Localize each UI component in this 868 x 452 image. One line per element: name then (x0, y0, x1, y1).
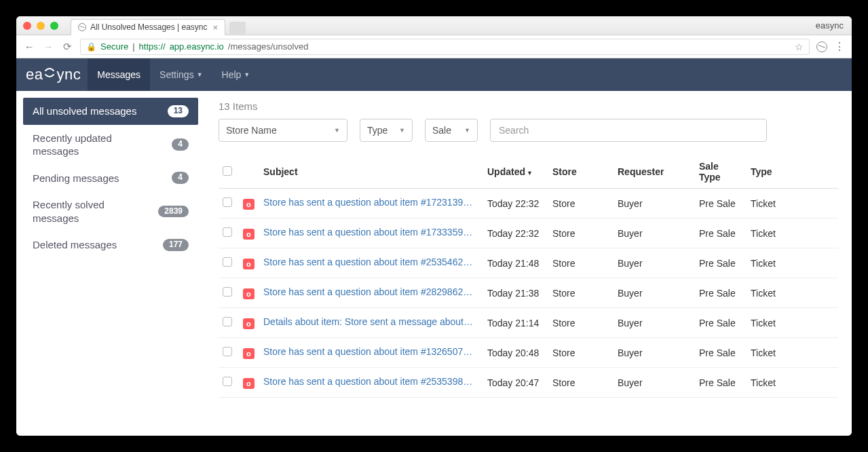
table-row[interactable]: oStore has sent a question about item #2… (219, 278, 838, 308)
filter-store-name[interactable]: Store Name▼ (219, 119, 347, 142)
subject-link[interactable]: Store has sent a question about item #17… (263, 227, 474, 238)
subject-link[interactable]: Store has sent a question about item #25… (263, 257, 474, 267)
nav-settings[interactable]: Settings▼ (150, 58, 212, 91)
lock-icon: 🔒 (86, 42, 96, 52)
row-checkbox[interactable] (223, 377, 232, 386)
row-checkbox[interactable] (223, 287, 232, 297)
minimize-window-button[interactable] (37, 22, 45, 30)
sidebar-item-all-unsolved[interactable]: All unsolved messages 13 (23, 98, 198, 125)
chevron-down-icon: ▼ (197, 71, 203, 78)
nav-help[interactable]: Help▼ (212, 58, 260, 91)
table-row[interactable]: oDetails about item: Store sent a messag… (219, 308, 838, 338)
traffic-lights (23, 22, 58, 30)
table-row[interactable]: oStore has sent a question about item #2… (219, 368, 838, 398)
sidebar-item-deleted[interactable]: Deleted messages 177 (23, 231, 198, 259)
sidebar-item-label: All unsolved messages (33, 105, 136, 118)
maximize-window-button[interactable] (50, 22, 58, 30)
url-host: app.easync.io (170, 41, 224, 52)
main-content: 13 Items Store Name▼ Type▼ Sale▼ Subject… (205, 91, 852, 436)
table-row[interactable]: oStore has sent a question about item #1… (219, 338, 838, 368)
sidebar-item-recently-solved[interactable]: Recently solved messages 2839 (23, 191, 198, 231)
filter-label: Store Name (226, 125, 277, 136)
table-row[interactable]: oStore has sent a question about item #2… (219, 248, 838, 278)
subject-link[interactable]: Store has sent a question about item #25… (263, 376, 474, 387)
cell-store: Store (548, 278, 614, 308)
row-checkbox[interactable] (223, 347, 232, 356)
chevron-down-icon: ▼ (464, 127, 470, 134)
brand-text-post: ync (56, 66, 81, 83)
col-subject[interactable]: Subject (259, 155, 483, 189)
sidebar-item-badge: 4 (172, 138, 189, 151)
cell-requester: Buyer (614, 248, 695, 278)
col-updated[interactable]: Updated▼ (483, 155, 548, 189)
sidebar-item-label: Pending messages (33, 172, 119, 185)
cell-store: Store (548, 338, 614, 368)
browser-tab-active[interactable]: All Unsolved Messages | easync × (71, 19, 225, 35)
brand-text-pre: ea (26, 66, 43, 83)
nav-help-label: Help (222, 69, 242, 80)
brand-logo[interactable]: eaync (26, 66, 81, 83)
sidebar-item-badge: 13 (168, 105, 189, 117)
cell-type: Ticket (747, 338, 838, 368)
url-separator: | (132, 41, 134, 52)
sidebar-item-badge: 177 (163, 239, 189, 251)
back-button[interactable]: ← (23, 41, 35, 52)
subject-link[interactable]: Store has sent a question about item #13… (263, 346, 474, 357)
cell-requester: Buyer (614, 308, 695, 338)
bookmark-star-icon[interactable]: ☆ (795, 41, 804, 52)
sidebar-item-label: Recently solved messages (33, 198, 141, 225)
subject-link[interactable]: Store has sent a question about item #28… (263, 286, 474, 297)
row-checkbox[interactable] (223, 197, 232, 207)
cell-sale-type: Pre Sale (695, 308, 747, 338)
filter-type[interactable]: Type▼ (360, 119, 413, 142)
close-tab-icon[interactable]: × (213, 22, 219, 33)
search-input[interactable] (490, 119, 767, 142)
cell-type: Ticket (747, 219, 838, 248)
sidebar-item-badge: 4 (172, 172, 189, 184)
subject-link[interactable]: Store has sent a question about item #17… (263, 197, 474, 208)
cell-sale-type: Pre Sale (695, 248, 747, 278)
cell-type: Ticket (747, 368, 838, 398)
cell-type: Ticket (747, 308, 838, 338)
cell-type: Ticket (747, 189, 838, 219)
table-row[interactable]: oStore has sent a question about item #1… (219, 189, 838, 219)
app-navbar: eaync Messages Settings▼ Help▼ (16, 58, 852, 91)
reload-button[interactable]: ⟳ (61, 41, 73, 53)
sidebar-item-recently-updated[interactable]: Recently updated messages 4 (23, 125, 198, 165)
sidebar: All unsolved messages 13 Recently update… (16, 91, 205, 436)
extension-icon[interactable] (816, 41, 827, 52)
browser-profile-label[interactable]: easync (816, 20, 844, 31)
browser-address-bar: ← → ⟳ 🔒 Secure | https://app.easync.io/m… (16, 35, 852, 58)
select-all-checkbox[interactable] (223, 166, 232, 176)
row-checkbox[interactable] (223, 317, 232, 326)
status-tag: o (243, 378, 254, 389)
cell-store: Store (548, 219, 614, 248)
cell-requester: Buyer (614, 278, 695, 308)
nav-messages-label: Messages (97, 69, 140, 80)
row-checkbox[interactable] (223, 227, 232, 237)
filter-label: Type (367, 125, 388, 136)
col-requester[interactable]: Requester (614, 155, 695, 189)
table-row[interactable]: oStore has sent a question about item #1… (219, 219, 838, 248)
sort-desc-icon: ▼ (527, 170, 533, 176)
col-sale-type[interactable]: Sale Type (695, 155, 747, 189)
filter-sale[interactable]: Sale▼ (425, 119, 478, 142)
chevron-down-icon: ▼ (399, 127, 405, 134)
omnibox[interactable]: 🔒 Secure | https://app.easync.io/message… (80, 39, 810, 55)
window-titlebar: All Unsolved Messages | easync × easync (16, 16, 852, 35)
browser-menu-icon[interactable]: ⋮ (834, 40, 845, 53)
close-window-button[interactable] (23, 22, 31, 30)
sidebar-item-label: Recently updated messages (33, 132, 155, 158)
subject-link[interactable]: Details about item: Store sent a message… (263, 316, 474, 327)
status-tag: o (243, 259, 254, 269)
col-store[interactable]: Store (548, 155, 614, 189)
chevron-down-icon: ▼ (334, 127, 340, 134)
cell-requester: Buyer (614, 219, 695, 248)
row-checkbox[interactable] (223, 257, 232, 267)
new-tab-button[interactable] (229, 22, 246, 34)
sidebar-item-pending[interactable]: Pending messages 4 (23, 165, 198, 192)
cell-updated: Today 22:32 (483, 219, 548, 248)
nav-messages[interactable]: Messages (88, 58, 150, 91)
url-path: /messages/unsolved (228, 41, 309, 52)
col-type[interactable]: Type (747, 155, 838, 189)
